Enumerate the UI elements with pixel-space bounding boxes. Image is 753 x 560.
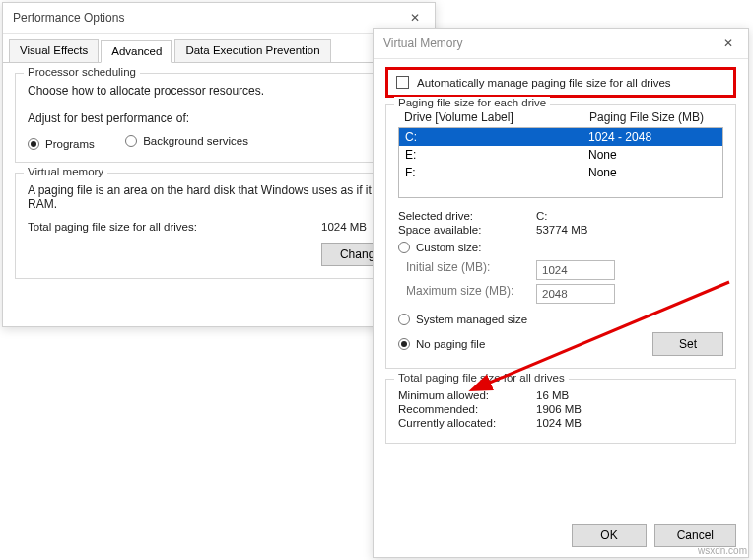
hdr-drive: Drive [Volume Label] [404, 110, 589, 124]
virtual-memory-dialog: Virtual Memory ✕ Automatically manage pa… [373, 28, 749, 558]
maximum-size-input[interactable] [536, 284, 615, 304]
recommended-row: Recommended: 1906 MB [398, 403, 723, 415]
virtual-memory-group: Virtual memory A paging file is an area … [15, 173, 423, 279]
radio-dot-icon [398, 314, 410, 325]
set-button[interactable]: Set [652, 332, 723, 356]
ok-button[interactable]: OK [572, 524, 646, 547]
tab-advanced[interactable]: Advanced [101, 40, 172, 63]
drive-list[interactable]: C: 1024 - 2048 E: None F: None [398, 127, 723, 198]
radio-custom-size[interactable]: Custom size: [398, 242, 481, 253]
close-icon[interactable]: ✕ [405, 11, 425, 25]
drive-row-c[interactable]: C: 1024 - 2048 [399, 128, 722, 146]
radio-dot-icon [398, 242, 410, 253]
drive-row-e[interactable]: E: None [399, 146, 722, 164]
radio-dot-icon [398, 338, 410, 350]
drive-list-header: Drive [Volume Label] Paging File Size (M… [398, 110, 723, 127]
radio-dot-icon [125, 135, 137, 147]
vmem-title: Virtual Memory [383, 36, 719, 50]
initial-size-input[interactable] [536, 260, 615, 280]
radio-dot-icon [28, 138, 39, 150]
watermark: wsxdn.com [698, 545, 747, 556]
processor-scheduling-legend: Processor scheduling [24, 66, 140, 78]
paging-size-legend: Paging file size for each drive [394, 97, 550, 108]
tab-dep[interactable]: Data Execution Prevention [174, 39, 330, 62]
minimum-allowed-row: Minimum allowed: 16 MB [398, 389, 723, 401]
perf-title: Performance Options [13, 11, 405, 25]
adjust-text: Adjust for best performance of: [28, 111, 410, 125]
processor-scheduling-group: Processor scheduling Choose how to alloc… [15, 73, 423, 163]
dialog-buttons: OK Cancel [572, 524, 736, 547]
paging-size-group: Paging file size for each drive Drive [V… [385, 104, 736, 369]
radio-programs[interactable]: Programs [28, 138, 95, 150]
perf-tabs: Visual Effects Advanced Data Execution P… [3, 34, 435, 63]
auto-manage-checkbox[interactable] [396, 76, 409, 89]
vm-total-row: Total paging file size for all drives: 1… [28, 221, 410, 233]
virtual-memory-legend: Virtual memory [24, 166, 107, 177]
vm-desc: A paging file is an area on the hard dis… [28, 183, 410, 211]
initial-size-row: Initial size (MB): [398, 260, 723, 280]
maximum-size-row: Maximum size (MB): [398, 284, 723, 304]
hdr-size: Paging File Size (MB) [589, 110, 718, 124]
currently-allocated-row: Currently allocated: 1024 MB [398, 417, 723, 429]
radio-system-managed[interactable]: System managed size [398, 314, 527, 325]
radio-background-services[interactable]: Background services [125, 135, 248, 147]
vmem-titlebar: Virtual Memory ✕ [374, 29, 748, 59]
drive-row-f[interactable]: F: None [399, 164, 722, 181]
choose-text: Choose how to allocate processor resourc… [28, 84, 410, 98]
cancel-button[interactable]: Cancel [654, 524, 736, 547]
radio-no-paging-file[interactable]: No paging file [398, 338, 625, 350]
tab-visual-effects[interactable]: Visual Effects [9, 39, 99, 62]
performance-options-dialog: Performance Options ✕ Visual Effects Adv… [2, 2, 436, 327]
auto-manage-row: Automatically manage paging file size fo… [385, 67, 736, 98]
selected-drive-row: Selected drive: C: [398, 210, 723, 222]
total-paging-legend: Total paging file size for all drives [394, 372, 569, 384]
close-icon[interactable]: ✕ [719, 36, 738, 50]
sched-radios: Programs Background services [28, 135, 410, 150]
perf-titlebar: Performance Options ✕ [3, 3, 435, 34]
space-available-row: Space available: 53774 MB [398, 224, 723, 236]
vm-total-label: Total paging file size for all drives: [28, 221, 321, 233]
total-paging-group: Total paging file size for all drives Mi… [385, 379, 736, 444]
auto-manage-label: Automatically manage paging file size fo… [417, 77, 671, 89]
